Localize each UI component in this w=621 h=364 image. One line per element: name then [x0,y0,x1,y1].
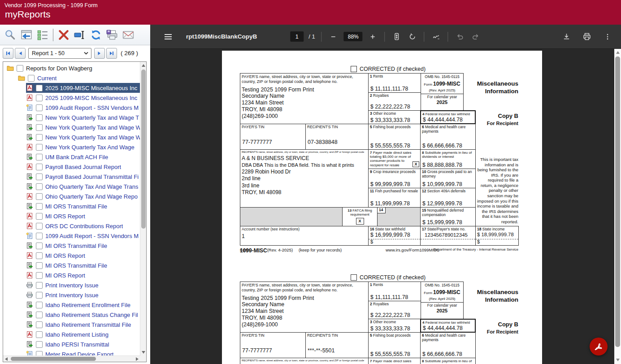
tree-item[interactable]: Payroll Based Journal Report [26,162,140,172]
tree-item[interactable]: ORS DC Contributions Report [26,221,140,231]
tree-item[interactable]: Idaho Retirement Status Change Fil [26,310,140,320]
tree-checkbox[interactable] [36,243,43,249]
tree-checkbox[interactable] [36,262,43,269]
print-icon[interactable] [582,31,592,42]
tree-folder-current[interactable]: Current [18,73,140,83]
tree-checkbox[interactable] [36,124,43,131]
tree-item[interactable]: 1099 Audit Report - SSN Vendors M [26,231,140,241]
tree-folder-root[interactable]: Reports for Don Wagberg [7,63,140,73]
tree-checkbox[interactable] [28,75,35,82]
tree-checkbox[interactable] [36,95,43,101]
tree-checkbox[interactable] [36,233,43,239]
report-tree-icon[interactable] [35,28,50,42]
tree-item[interactable]: Idaho Retirement Enrollment File [26,300,140,310]
tree-item[interactable]: MI ORS Report [26,211,140,221]
report-range-select[interactable]: Report 1 - 50 [28,48,91,59]
download-icon[interactable] [561,31,572,42]
tree-checkbox[interactable] [36,302,43,308]
tree-checkbox[interactable] [36,104,43,111]
scroll-down-icon[interactable] [142,351,145,354]
tree-item[interactable]: Idaho Retirement Listing [26,329,140,339]
previous-page-icon[interactable] [15,48,26,59]
tree-checkbox[interactable] [36,114,43,121]
tree-item[interactable]: MI ORS Transmittal File [26,201,140,211]
scroll-up-icon[interactable] [616,51,620,54]
tree-checkbox[interactable] [36,331,43,338]
tree-item[interactable]: Print Inventory Issue [26,290,140,300]
tree-item[interactable]: New York Quarterly Tax and Wage W [26,122,140,132]
scroll-down-icon[interactable] [616,359,620,361]
tree-checkbox[interactable] [36,144,43,151]
tree-item[interactable]: New York Quarterly Tax and Wage W [26,132,140,142]
zoom-in-icon[interactable] [368,31,378,42]
rotate-icon[interactable] [407,31,418,42]
tree-item[interactable]: 1099 Audit Report - SSN Vendors M [26,103,140,113]
tree-checkbox[interactable] [36,85,43,91]
menu-icon[interactable] [165,34,172,39]
scrollbar-thumb[interactable] [615,56,620,347]
page-number-input[interactable] [290,31,304,42]
tree-item[interactable]: UM Bank Draft ACH File [26,152,140,162]
search-icon[interactable] [3,28,18,42]
tree-checkbox[interactable] [17,65,23,72]
tree-item[interactable]: MI ORS Report [26,251,140,260]
tree-item[interactable]: New York Quarterly Tax and Wage T [26,113,140,122]
annotate-icon[interactable] [431,31,442,42]
tree-item[interactable]: Idaho PERSI Transmittal [26,339,140,349]
fit-page-icon[interactable] [391,31,402,42]
tree-item[interactable]: Payroll Based Journal Transmittal Fi [26,172,140,182]
back-icon[interactable] [19,28,34,42]
delete-icon[interactable] [56,28,71,42]
scroll-up-icon[interactable] [142,64,145,67]
tree-item[interactable]: New York Quarterly Tax And Wage [26,142,140,152]
tree-item[interactable]: MI ORS Transmittal File [26,260,140,270]
tree-item[interactable]: Meter Read Device Export [26,349,140,355]
tree-checkbox[interactable] [36,282,43,289]
tree-item[interactable]: Ohio Quarterly Tax And Wage Trans [26,182,140,191]
last-page-icon[interactable] [106,48,117,59]
redo-icon[interactable] [470,31,481,42]
viewer-scrollbar[interactable] [614,48,621,364]
tree-checkbox[interactable] [36,173,43,180]
tree-checkbox[interactable] [36,223,43,230]
tree-checkbox[interactable] [36,351,43,356]
tree-item[interactable]: MI ORS Report [26,270,140,280]
print-save-icon[interactable] [104,28,120,42]
rename-icon[interactable] [72,28,87,42]
scroll-right-icon[interactable] [136,357,139,361]
next-page-icon[interactable] [94,48,105,59]
tree-checkbox[interactable] [36,134,43,141]
tree-checkbox[interactable] [36,341,43,348]
tree-checkbox[interactable] [36,292,43,299]
adobe-acrobat-button[interactable] [590,338,608,355]
tree-horizontal-scrollbar[interactable] [3,355,140,362]
more-icon[interactable] [602,31,613,42]
zoom-level[interactable]: 88% [344,32,363,41]
tree-checkbox[interactable] [36,213,43,220]
scrollbar-thumb[interactable] [11,357,96,361]
tree-checkbox[interactable] [36,252,43,259]
tree-checkbox[interactable] [36,312,43,318]
scroll-left-icon[interactable] [5,357,8,361]
scrollbar-thumb[interactable] [141,69,146,229]
pdf-canvas[interactable]: CORRECTED (if checked) PAYER'S name, str… [150,48,614,364]
tree-item[interactable]: Ohio Quarterly Tax And Wage Repo [26,191,140,201]
tree-checkbox[interactable] [36,164,43,170]
tree-checkbox[interactable] [36,183,43,190]
tree-checkbox[interactable] [36,321,43,328]
tree-checkbox[interactable] [36,154,43,160]
tree-item[interactable]: Print Inventory Issue [26,280,140,290]
tree-item[interactable]: 2025 1099-MISC Miscellaneous Inc [26,93,140,103]
tree-item[interactable]: Idaho Retirement Transmittal File [26,320,140,329]
tree-vertical-scrollbar[interactable] [140,62,146,356]
zoom-out-icon[interactable] [328,31,339,42]
tree-item[interactable]: 2025 1099-MISC Miscellaneous Inc [26,83,140,93]
tree-checkbox[interactable] [36,272,43,279]
tree-checkbox[interactable] [36,203,43,210]
tree-checkbox[interactable] [36,193,43,200]
email-icon[interactable] [121,28,136,42]
undo-icon[interactable] [455,31,465,42]
refresh-icon[interactable] [88,28,104,42]
tree-item[interactable]: MI ORS Transmittal File [26,241,140,251]
first-page-icon[interactable] [3,48,13,59]
